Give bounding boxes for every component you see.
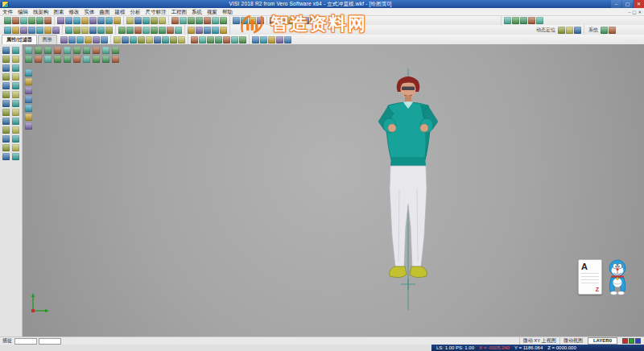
menu-item[interactable]: 修改	[67, 8, 82, 15]
tool-icon[interactable]	[284, 36, 291, 43]
nudge-view[interactable]: 微动视图	[559, 337, 586, 345]
toolbar-label-system[interactable]: 系统	[587, 27, 600, 34]
tool-icon[interactable]	[83, 47, 90, 54]
tool-icon[interactable]	[278, 17, 285, 24]
tool-icon[interactable]	[212, 17, 219, 24]
snap-label[interactable]: 捕捉	[0, 337, 14, 345]
tab-properties-filter[interactable]: 属性/过滤器	[2, 35, 37, 44]
tool-icon[interactable]	[159, 17, 166, 24]
tool-icon[interactable]	[65, 27, 72, 34]
tool-icon[interactable]	[4, 27, 11, 34]
tool-icon[interactable]	[294, 17, 301, 24]
tool-icon[interactable]	[223, 36, 230, 43]
tool-icon[interactable]	[215, 36, 222, 43]
tool-icon[interactable]	[12, 144, 19, 151]
tool-icon[interactable]	[2, 100, 10, 107]
tool-icon[interactable]	[196, 27, 203, 34]
menu-item[interactable]: 视窗	[204, 8, 220, 15]
doc-restore-icon[interactable]: ▢	[632, 10, 636, 14]
tool-icon[interactable]	[65, 17, 72, 24]
tool-icon[interactable]	[12, 118, 19, 125]
tool-icon[interactable]	[12, 135, 19, 142]
tool-icon[interactable]	[25, 122, 32, 130]
tool-icon[interactable]	[118, 27, 126, 34]
tool-icon[interactable]	[199, 36, 206, 43]
snap-input-1[interactable]	[14, 338, 37, 345]
tool-icon[interactable]	[2, 73, 10, 81]
layer-color-swatch[interactable]	[622, 338, 628, 344]
menu-item[interactable]: 尺寸标注	[143, 8, 169, 15]
tool-icon[interactable]	[35, 47, 42, 54]
tool-icon[interactable]	[28, 27, 35, 34]
tool-icon[interactable]	[114, 17, 121, 24]
human-figure-model[interactable]	[336, 68, 481, 310]
tool-icon[interactable]	[159, 27, 166, 34]
tool-icon[interactable]	[93, 47, 100, 54]
tool-icon[interactable]	[558, 27, 565, 34]
tool-icon[interactable]	[93, 36, 100, 43]
layer-color-swatch[interactable]	[635, 338, 641, 344]
tool-icon[interactable]	[64, 56, 71, 63]
tool-icon[interactable]	[52, 27, 60, 34]
menu-item[interactable]: 建模	[113, 8, 128, 15]
snap-input-2[interactable]	[39, 338, 61, 345]
tool-icon[interactable]	[180, 17, 187, 24]
tool-icon[interactable]	[44, 27, 52, 34]
tool-icon[interactable]	[276, 36, 283, 43]
tool-icon[interactable]	[220, 17, 227, 24]
tool-icon[interactable]	[601, 27, 608, 34]
tool-icon[interactable]	[97, 27, 105, 34]
tool-icon[interactable]	[12, 64, 19, 72]
tool-icon[interactable]	[25, 56, 32, 63]
tool-icon[interactable]	[204, 17, 211, 24]
tool-icon[interactable]	[310, 17, 317, 24]
tool-icon[interactable]	[12, 73, 19, 81]
tool-icon[interactable]	[20, 17, 27, 24]
tool-icon[interactable]	[73, 47, 80, 54]
tool-icon[interactable]	[64, 47, 71, 54]
tool-icon[interactable]	[89, 17, 97, 24]
tool-icon[interactable]	[130, 36, 137, 43]
tool-icon[interactable]	[151, 27, 158, 34]
tool-icon[interactable]	[574, 27, 581, 34]
tool-icon[interactable]	[2, 118, 10, 125]
tool-icon[interactable]	[12, 27, 19, 34]
tool-icon[interactable]	[12, 47, 19, 54]
tool-icon[interactable]	[170, 36, 177, 43]
tool-icon[interactable]	[2, 64, 10, 72]
menu-item[interactable]: 分析	[128, 8, 143, 15]
tool-icon[interactable]	[97, 17, 105, 24]
minimize-button[interactable]: –	[611, 0, 621, 8]
doc-minimize-icon[interactable]: –	[628, 10, 630, 14]
tool-icon[interactable]	[2, 126, 10, 134]
tool-icon[interactable]	[2, 109, 10, 116]
tool-icon[interactable]	[122, 36, 129, 43]
tool-icon[interactable]	[528, 17, 535, 24]
tool-icon[interactable]	[2, 135, 10, 142]
tool-icon[interactable]	[2, 47, 10, 54]
tool-icon[interactable]	[220, 27, 227, 34]
tool-icon[interactable]	[35, 56, 42, 63]
tool-icon[interactable]	[102, 47, 109, 54]
tool-icon[interactable]	[12, 109, 19, 116]
tool-icon[interactable]	[60, 36, 68, 43]
tool-icon[interactable]	[25, 78, 32, 85]
maximize-button[interactable]: ▢	[622, 0, 633, 8]
menu-item[interactable]: 曲面	[97, 8, 113, 15]
tool-icon[interactable]	[126, 27, 134, 34]
tool-icon[interactable]	[89, 27, 97, 34]
tool-icon[interactable]	[249, 17, 256, 24]
tool-icon[interactable]	[73, 27, 80, 34]
tool-icon[interactable]	[25, 96, 32, 103]
tool-icon[interactable]	[167, 27, 174, 34]
tool-icon[interactable]	[142, 17, 150, 24]
tool-icon[interactable]	[188, 27, 195, 34]
layer-indicator[interactable]: LAYER0	[588, 337, 617, 345]
tool-icon[interactable]	[54, 56, 61, 63]
tool-icon[interactable]	[68, 36, 76, 43]
tool-icon[interactable]	[207, 36, 214, 43]
tool-icon[interactable]	[196, 17, 203, 24]
tool-icon[interactable]	[105, 27, 113, 34]
tool-icon[interactable]	[138, 36, 145, 43]
menu-item[interactable]: 文件	[0, 8, 15, 15]
